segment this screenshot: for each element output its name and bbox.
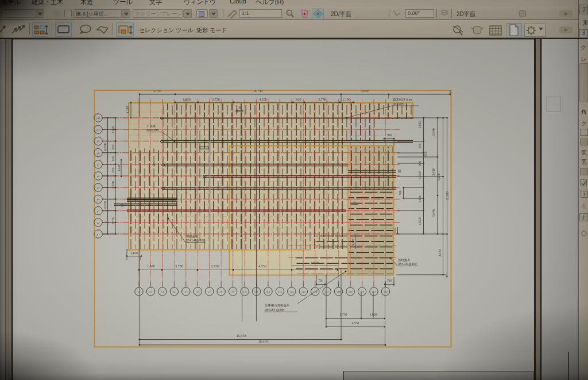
svg-text:x2: x2 xyxy=(149,290,152,293)
svg-text:y3: y3 xyxy=(97,210,100,213)
svg-text:y4: y4 xyxy=(97,198,100,201)
svg-text:x18: x18 xyxy=(336,290,341,293)
svg-text:x17: x17 xyxy=(325,290,329,293)
svg-text:x11: x11 xyxy=(254,290,258,293)
svg-text:1,820: 1,820 xyxy=(183,98,191,101)
svg-text:2,730: 2,730 xyxy=(111,217,115,224)
svg-text:x13: x13 xyxy=(278,290,282,293)
svg-text:4,550: 4,550 xyxy=(351,321,359,325)
svg-text:1,820: 1,820 xyxy=(111,181,115,189)
svg-text:y6: y6 xyxy=(97,175,100,178)
svg-text:860: 860 xyxy=(394,228,397,233)
svg-text:810: 810 xyxy=(424,152,427,157)
svg-text:棟: 棟 xyxy=(152,163,156,167)
svg-text:100×105: 100×105 xyxy=(146,128,158,132)
svg-text:2,730: 2,730 xyxy=(175,264,183,268)
svg-text:屋根垂木: 屋根垂木 xyxy=(186,235,199,238)
svg-text:y1: y1 xyxy=(97,233,100,236)
svg-text:2,730: 2,730 xyxy=(339,313,347,316)
svg-text:屋根垂木: 屋根垂木 xyxy=(398,258,411,262)
svg-text:1,200: 1,200 xyxy=(126,106,129,114)
svg-text:600: 600 xyxy=(418,161,421,166)
svg-text:x19: x19 xyxy=(349,290,353,293)
svg-text:2,730: 2,730 xyxy=(211,264,219,268)
svg-text:車庫後ろ屋根垂木: 車庫後ろ屋根垂木 xyxy=(265,304,290,307)
svg-text:小屋束: 小屋束 xyxy=(146,124,156,128)
svg-text:3,640: 3,640 xyxy=(311,261,319,264)
svg-text:910: 910 xyxy=(111,156,115,162)
svg-text:x1: x1 xyxy=(138,290,140,293)
svg-text:1,820: 1,820 xyxy=(418,121,421,128)
svg-text:y11: y11 xyxy=(96,117,100,120)
svg-text:1,200: 1,200 xyxy=(117,164,121,172)
svg-text:12,285: 12,285 xyxy=(446,191,449,201)
svg-text:2,730: 2,730 xyxy=(318,98,326,101)
svg-text:4,550: 4,550 xyxy=(103,201,107,209)
svg-text:19,110: 19,110 xyxy=(258,340,268,343)
svg-text:1,820: 1,820 xyxy=(418,195,421,202)
svg-text:y10: y10 xyxy=(96,128,101,131)
svg-text:垂木転び止め: 垂木転び止め xyxy=(393,98,412,101)
svg-text:700: 700 xyxy=(318,279,323,282)
svg-text:4,550: 4,550 xyxy=(259,98,267,101)
svg-text:3,640: 3,640 xyxy=(361,89,369,93)
svg-text:1,820: 1,820 xyxy=(147,264,155,268)
svg-text:910: 910 xyxy=(111,168,115,173)
svg-text:30×105: 30×105 xyxy=(393,102,404,106)
svg-text:1,100: 1,100 xyxy=(130,251,138,255)
svg-text:140: 140 xyxy=(352,201,357,204)
svg-text:x21: x21 xyxy=(372,290,376,293)
svg-text:y9: y9 xyxy=(97,140,100,143)
svg-text:9,100: 9,100 xyxy=(437,173,440,181)
svg-text:1,820: 1,820 xyxy=(111,126,115,133)
svg-text:4,550: 4,550 xyxy=(103,143,107,151)
svg-text:38×140@360: 38×140@360 xyxy=(186,239,205,242)
svg-text:1,820: 1,820 xyxy=(418,217,421,225)
svg-text:910: 910 xyxy=(111,145,115,150)
svg-text:x20: x20 xyxy=(360,290,364,293)
svg-text:棟: 棟 xyxy=(398,169,401,173)
svg-text:y5: y5 xyxy=(97,186,100,189)
svg-text:3,640: 3,640 xyxy=(432,209,435,217)
svg-text:160: 160 xyxy=(237,106,242,109)
svg-text:2,420: 2,420 xyxy=(432,168,435,175)
svg-text:x10: x10 xyxy=(243,290,247,293)
svg-text:x12: x12 xyxy=(266,290,270,293)
svg-text:910: 910 xyxy=(296,98,301,101)
svg-text:x14: x14 xyxy=(290,290,294,293)
svg-text:700: 700 xyxy=(386,133,392,137)
svg-text:910: 910 xyxy=(418,144,421,149)
svg-text:2,730: 2,730 xyxy=(153,89,161,93)
svg-text:3,640: 3,640 xyxy=(432,128,435,136)
svg-text:y7: y7 xyxy=(97,163,100,166)
svg-text:y8: y8 xyxy=(97,152,100,155)
svg-text:棟: 棟 xyxy=(121,203,124,207)
svg-text:y2: y2 xyxy=(97,221,100,224)
svg-text:700: 700 xyxy=(387,279,392,282)
svg-text:x15: x15 xyxy=(301,290,305,293)
svg-text:1,820: 1,820 xyxy=(418,171,421,179)
svg-text:12,740: 12,740 xyxy=(253,89,263,93)
svg-text:4,550: 4,550 xyxy=(258,264,266,268)
svg-text:x22: x22 xyxy=(384,290,388,293)
svg-text:2,730: 2,730 xyxy=(212,98,220,101)
svg-text:700: 700 xyxy=(399,190,402,195)
svg-text:38×184 @368: 38×184 @368 xyxy=(265,308,284,312)
svg-text:15,470: 15,470 xyxy=(237,334,246,337)
svg-text:1,100: 1,100 xyxy=(342,98,350,101)
svg-text:38×140@360: 38×140@360 xyxy=(398,262,417,266)
svg-text:3,185: 3,185 xyxy=(438,249,442,256)
